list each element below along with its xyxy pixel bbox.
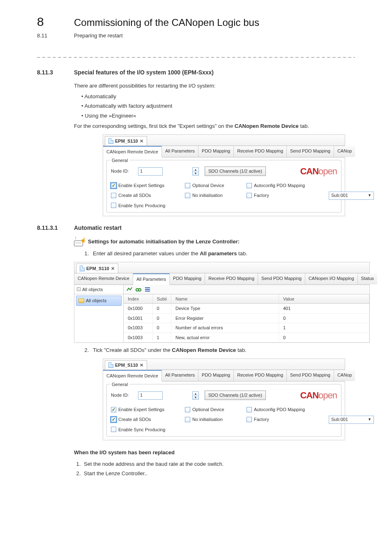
close-icon[interactable]: ✕ bbox=[140, 138, 143, 145]
file-tab-label: EPM_S110 bbox=[115, 362, 138, 369]
cb-optional-device[interactable]: Optional Device bbox=[185, 182, 247, 189]
file-tab[interactable]: EPM_S110 ✕ bbox=[76, 264, 118, 273]
spinner-up-icon[interactable]: ▲ bbox=[193, 168, 198, 172]
expert-settings-note: For the corresponding settings, first ti… bbox=[74, 122, 355, 130]
spinner-down-icon[interactable]: ▼ bbox=[193, 395, 198, 399]
cb-create-all-sdos[interactable]: Create all SDOs bbox=[111, 192, 185, 199]
node-id-input[interactable]: 1 bbox=[138, 167, 163, 176]
table-row[interactable]: 0x10031New, actual error0 bbox=[124, 333, 369, 342]
cb-enable-expert-settings[interactable]: Enable Expert Settings bbox=[111, 182, 185, 189]
tab-all-parameters[interactable]: All Parameters bbox=[162, 370, 198, 381]
cb-no-initialisation[interactable]: No initialisation bbox=[185, 416, 247, 423]
section-title: Preparing the restart bbox=[74, 32, 123, 40]
node-id-spinner[interactable]: ▲ ▼ bbox=[192, 167, 199, 176]
tab-status[interactable]: Status bbox=[358, 273, 377, 284]
col-subindex[interactable]: Subii bbox=[152, 294, 171, 304]
tab-pdo-mapping[interactable]: PDO Mapping bbox=[170, 273, 205, 284]
cb-enable-sync-producing[interactable]: Enable Sync Producing bbox=[111, 202, 185, 209]
chart-icon[interactable] bbox=[126, 286, 133, 293]
sub-select[interactable]: Sub:001▼ bbox=[329, 416, 374, 424]
step-1: Enter all desired parameter values under… bbox=[90, 250, 355, 258]
table-row[interactable]: 0x10030Number of actual errors1 bbox=[124, 323, 369, 333]
cb-autoconfig-pdo[interactable]: Autoconfig PDO Mapping bbox=[247, 182, 329, 189]
checkbox-icon bbox=[247, 407, 252, 412]
canopen-logo: CANopen bbox=[300, 164, 337, 178]
node-id-label: Node ID: bbox=[111, 392, 136, 399]
checkbox-icon bbox=[247, 417, 252, 422]
file-tab[interactable]: EPM_S110 ✕ bbox=[105, 360, 147, 370]
tab-truncated[interactable]: CANop bbox=[334, 146, 355, 157]
col-name[interactable]: Name bbox=[171, 294, 279, 304]
folder-icon bbox=[78, 298, 84, 303]
node-id-spinner[interactable]: ▲ ▼ bbox=[192, 391, 199, 400]
close-icon[interactable]: ✕ bbox=[140, 362, 143, 369]
spinner-up-icon[interactable]: ▲ bbox=[193, 392, 198, 396]
tree-root-node[interactable]: − All objects bbox=[74, 285, 123, 295]
heading-8-11-3-1-num: 8.11.3.1 bbox=[37, 224, 74, 232]
tab-pdo-mapping[interactable]: PDO Mapping bbox=[198, 146, 234, 157]
list-icon[interactable] bbox=[144, 286, 151, 293]
tree-selected-node[interactable]: All objects bbox=[76, 296, 122, 306]
list-item: Using the »Engineer« bbox=[81, 112, 355, 120]
tab-receive-pdo-mapping[interactable]: Receive PDO Mapping bbox=[234, 370, 287, 381]
cb-enable-sync-producing[interactable]: Enable Sync Producing bbox=[111, 426, 185, 433]
tab-all-parameters[interactable]: All Parameters bbox=[162, 146, 198, 157]
tab-canopen-remote-device[interactable]: CANopen Remote Device bbox=[103, 146, 162, 157]
table-row[interactable]: 0x10010Error Register0 bbox=[124, 313, 369, 323]
svg-point-1 bbox=[138, 289, 141, 291]
tab-all-parameters[interactable]: All Parameters bbox=[133, 273, 170, 285]
replaced-step-1: Set the node address and the baud rate a… bbox=[82, 460, 355, 468]
tab-receive-pdo-mapping[interactable]: Receive PDO Mapping bbox=[205, 273, 258, 284]
cb-enable-expert-settings[interactable]: Enable Expert Settings bbox=[111, 406, 185, 413]
heading-8-11-3-1-text: Automatic restart bbox=[74, 224, 122, 232]
tab-canopen-remote-device[interactable]: CANopen Remote Device bbox=[74, 273, 133, 284]
sdo-channels-button[interactable]: SDO Channels (1/2 active) bbox=[205, 166, 266, 176]
tab-pdo-mapping[interactable]: PDO Mapping bbox=[198, 370, 234, 381]
heading-8-11-3-text: Special features of the I/O system 1000 … bbox=[74, 68, 214, 77]
cb-create-all-sdos[interactable]: Create all SDOs bbox=[111, 416, 185, 423]
sdo-channels-button[interactable]: SDO Channels (1/2 active) bbox=[205, 391, 266, 400]
col-index[interactable]: Index bbox=[124, 294, 152, 304]
checkbox-icon bbox=[111, 183, 116, 188]
tab-send-pdo-mapping[interactable]: Send PDO Mapping bbox=[287, 146, 334, 157]
replaced-heading: When the I/O system has been replaced bbox=[74, 449, 355, 457]
collapse-icon[interactable]: − bbox=[77, 287, 81, 291]
cb-factory[interactable]: Factory bbox=[247, 416, 329, 423]
tab-send-pdo-mapping[interactable]: Send PDO Mapping bbox=[287, 370, 334, 381]
node-id-input[interactable]: 1 bbox=[138, 391, 163, 400]
heading-8-11-3-num: 8.11.3 bbox=[37, 68, 74, 77]
cb-optional-device[interactable]: Optional Device bbox=[185, 406, 247, 413]
svg-rect-3 bbox=[145, 289, 150, 290]
cb-no-initialisation[interactable]: No initialisation bbox=[185, 192, 247, 199]
cb-autoconfig-pdo[interactable]: Autoconfig PDO Mapping bbox=[247, 406, 329, 413]
cb-factory[interactable]: Factory bbox=[247, 192, 329, 199]
group-general-label: General bbox=[110, 157, 129, 164]
tab-receive-pdo-mapping[interactable]: Receive PDO Mapping bbox=[234, 146, 287, 157]
checkbox-icon bbox=[185, 183, 190, 188]
col-value[interactable]: Value bbox=[279, 294, 369, 304]
screenshot-all-parameters: EPM_S110 ✕ CANopen Remote Device All Par… bbox=[74, 262, 370, 343]
chevron-down-icon: ▼ bbox=[368, 417, 371, 423]
tab-canopen-remote-device[interactable]: CANopen Remote Device bbox=[103, 370, 162, 382]
object-tree-panel: − All objects All objects bbox=[74, 285, 124, 343]
close-icon[interactable]: ✕ bbox=[111, 265, 115, 272]
tab-send-pdo-mapping[interactable]: Send PDO Mapping bbox=[258, 273, 305, 284]
chapter-number: 8 bbox=[37, 12, 74, 31]
checkbox-icon bbox=[185, 417, 190, 422]
auto-init-guide-title: Settings for automatic initialisation by… bbox=[88, 238, 240, 246]
spinner-down-icon[interactable]: ▼ bbox=[193, 171, 198, 175]
table-row[interactable]: 0x10000Device Type401 bbox=[124, 304, 369, 314]
svg-rect-2 bbox=[145, 287, 150, 288]
checkbox-icon bbox=[185, 407, 190, 412]
chevron-down-icon: ▼ bbox=[368, 193, 371, 199]
objects-table: Index Subii Name Value 0x10000Device Typ… bbox=[124, 294, 369, 343]
sub-select[interactable]: Sub:001▼ bbox=[329, 192, 374, 200]
list-item: Automatically bbox=[81, 92, 355, 101]
file-tab-label: EPM_S110 bbox=[86, 265, 109, 272]
binocular-icon[interactable] bbox=[135, 286, 142, 293]
file-tab[interactable]: EPM_S110 ✕ bbox=[105, 136, 147, 146]
tab-canopen-io-mapping[interactable]: CANopen I/O Mapping bbox=[305, 273, 358, 284]
tab-truncated[interactable]: CANop bbox=[334, 370, 355, 381]
replaced-step-2: Start the Lenze Controller.. bbox=[82, 469, 355, 478]
document-icon bbox=[108, 362, 113, 368]
